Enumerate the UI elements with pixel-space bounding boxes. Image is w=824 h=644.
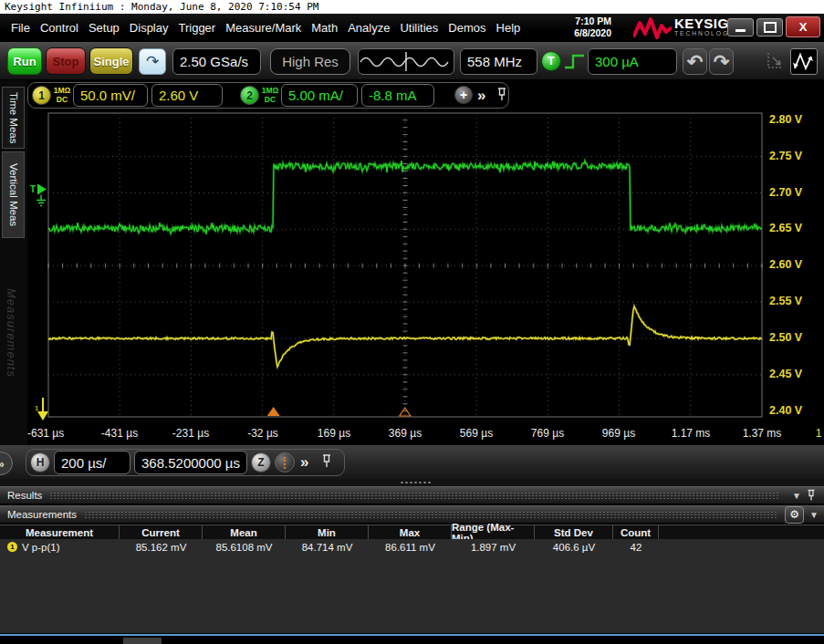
menu-control[interactable]: Control [40,21,78,35]
x-axis-label: 769 µs [512,427,583,440]
pin-icon [807,489,817,503]
measurements-settings-button[interactable]: ⚙ [785,506,804,524]
channel-expand-button[interactable]: » [477,87,485,105]
hbar-pin-button[interactable] [321,453,332,469]
channel-pin-button[interactable] [496,87,507,102]
y-axis-label: 2.45 V [769,368,820,380]
y-axis-label: 2.70 V [769,186,820,199]
add-channel-button[interactable]: + [454,86,473,104]
single-button[interactable]: Single [89,47,133,75]
reference-point-button[interactable] [275,452,295,473]
x-axis-label: 969 µs [583,427,654,440]
x-axis-label: 1.37 ms [726,427,798,440]
close-button[interactable]: X [786,16,820,37]
undo-icon: ↶ [687,51,704,73]
measurement-max: 86.611 mV [369,539,452,555]
minimize-button[interactable] [727,18,754,36]
menu-trigger[interactable]: Trigger [178,21,215,35]
x-axis-label: 369 µs [370,427,441,440]
results-collapse-button[interactable]: ▼ [792,491,801,501]
gear-icon: ⚙ [789,508,799,521]
delay-display[interactable]: 368.5200000 µs [134,451,247,474]
column-header-measurement: Measurement [0,525,120,539]
measurement-row[interactable]: 1 V p-p(1) 85.162 mV 85.6108 mV 84.714 m… [0,539,824,555]
column-header-range: Range (Max-Min) [452,525,535,539]
channel1-coupling-mode: DC [53,96,71,105]
channel1-offset-display[interactable]: 2.60 V [151,84,223,107]
column-header-current: Current [120,525,203,539]
measurement-mean: 85.6108 mV [203,539,286,555]
x-axis-label: -631 µs [27,427,86,440]
y-axis-label: 2.55 V [769,295,820,307]
waveform-preview-icon [359,49,454,74]
menu-measure-mark[interactable]: Measure/Mark [225,21,301,35]
waveform-preview-button[interactable] [358,48,454,75]
menu-demos[interactable]: Demos [448,21,485,35]
sample-rate-display[interactable]: 2.50 GSa/s [172,48,261,75]
zoom-region-icon[interactable] [766,49,787,74]
results-header-texture [49,492,779,500]
horizontal-button[interactable]: H [30,452,50,473]
channel1-button[interactable]: 1 [32,86,51,105]
splitter-handle[interactable] [400,481,431,484]
measurement-range: 1.897 mV [452,539,535,555]
clock-time: 7:10 PM [540,16,611,27]
channel2-scale-display[interactable]: 5.00 mA/ [281,84,358,107]
reference-point-icon [284,457,286,469]
trigger-level-display[interactable]: 300 µA [588,48,677,75]
channel2-offset-display[interactable]: -8.8 mA [361,84,434,107]
menu-setup[interactable]: Setup [89,21,120,35]
x-axis-label: 1.17 ms [655,427,726,440]
measurement-current: 85.162 mV [120,539,203,555]
y-axis-label: 2.40 V [769,404,820,417]
trigger-edge-icon[interactable] [563,51,587,72]
measurement-name-cell: 1 V p-p(1) [0,539,120,555]
y-axis-label: 2.50 V [769,331,820,344]
y-axis-label: 2.65 V [769,222,820,234]
acquisition-mode-button[interactable]: High Res [270,48,350,75]
menu-display[interactable]: Display [130,21,169,35]
run-button[interactable]: Run [7,47,42,75]
menu-utilities[interactable]: Utilities [400,21,438,35]
x-axis-label-clipped: 1 [814,427,823,440]
measurement-min: 84.714 mV [286,539,369,555]
hbar-expand-button[interactable]: » [300,453,308,472]
pin-icon [496,87,507,102]
menu-help[interactable]: Help [496,21,521,35]
measurements-header: Measurements ⚙ ▼ [0,505,824,524]
redo-icon: ↷ [714,51,730,73]
restore-button[interactable] [756,18,783,36]
channel1-scale-display[interactable]: 50.0 mV/ [73,84,148,107]
results-pin-button[interactable] [807,489,817,503]
x-axis-label: -431 µs [84,427,155,440]
menu-analyze[interactable]: Analyze [348,21,390,35]
measurement-name: V p-p(1) [22,542,60,553]
channel2-coupling-mode: DC [261,96,279,105]
measurements-collapse-button[interactable]: ▼ [809,510,819,520]
channel2-button[interactable]: 2 [240,86,259,105]
measurements-header-texture [84,511,777,519]
restore-icon [764,22,777,33]
touch-icon: ↷ [146,52,159,71]
clock-date: 6/8/2020 [540,27,611,39]
touch-button[interactable]: ↷ [139,48,166,75]
window-buttons: X [727,16,820,37]
menu-math[interactable]: Math [311,21,338,35]
bandwidth-display[interactable]: 558 MHz [460,48,537,75]
channel2-coupling[interactable]: 1MΩ DC [261,87,279,105]
stop-button[interactable]: Stop [46,47,86,75]
tab-vertical-meas[interactable]: Vertical Meas [2,151,25,238]
measurements-watermark: Measurements [5,288,18,378]
tab-time-meas[interactable]: Time Meas [2,87,25,149]
menu-file[interactable]: File [11,21,30,35]
trigger-source-button[interactable]: T [541,51,561,71]
channel1-marker-icon: 1 [7,542,17,552]
redo-button[interactable]: ↷ [709,48,734,75]
timebase-display[interactable]: 200 µs/ [54,451,130,474]
zoom-button[interactable]: Z [251,452,271,473]
quick-meas-button[interactable] [790,48,818,75]
undo-button[interactable]: ↶ [683,48,707,75]
channel1-coupling[interactable]: 1MΩ DC [53,87,71,105]
waveform-display-area[interactable] [27,109,824,420]
bottom-taskbar-tab[interactable] [123,638,162,644]
